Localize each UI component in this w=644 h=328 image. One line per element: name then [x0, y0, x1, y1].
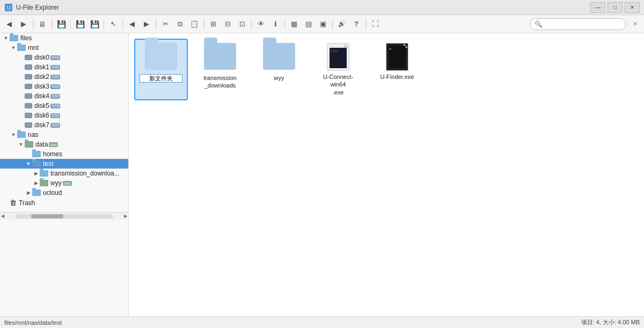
nav-back-button[interactable]: ◀ — [125, 17, 139, 31]
view-button-3[interactable]: ⊡ — [235, 17, 249, 31]
computer-button[interactable]: 🖥 — [35, 17, 49, 31]
copy-button[interactable]: ⧉ — [173, 17, 187, 31]
toolbar-separator-11 — [365, 19, 366, 30]
sidebar-item-ucloud[interactable]: ucloud — [0, 188, 128, 198]
filename-edit-input[interactable] — [140, 74, 182, 83]
nas-badge: nas — [63, 181, 72, 186]
tree-arrow — [25, 160, 32, 167]
maximize-button[interactable]: □ — [608, 2, 623, 13]
sidebar-item-disk4[interactable]: disk4 hdd — [0, 91, 128, 101]
cursor-button[interactable]: ↖ — [106, 17, 120, 31]
nav-forward-button[interactable]: ▶ — [140, 17, 153, 31]
grid-button-2[interactable]: ▤ — [302, 17, 316, 31]
eye-button[interactable]: 👁 — [254, 17, 268, 31]
tree-arrow — [32, 179, 40, 187]
file-item-u-finder[interactable]: ▶ _ U-Finder.exe — [370, 39, 424, 100]
sidebar-item-data[interactable]: data nas — [0, 140, 128, 149]
audio-button[interactable]: 🔊 — [335, 17, 349, 31]
sidebar-item-mnt[interactable]: mnt — [0, 43, 128, 53]
close-button[interactable]: ✕ — [625, 2, 640, 13]
sidebar-item-transmission-downloads[interactable]: transmission_downloa... — [0, 169, 128, 178]
scrollbar-thumb[interactable] — [31, 214, 63, 218]
back-button[interactable]: ◀ — [2, 17, 16, 31]
sidebar-item-label: disk4 — [34, 92, 49, 100]
file-item-u-connect[interactable]: C:\>_ U-Connect-win64.exe — [311, 39, 365, 100]
file-name-label: transmission_downloads — [203, 74, 237, 90]
sidebar-item-disk5[interactable]: disk5 hdd — [0, 101, 128, 111]
toolbar-separator-8 — [251, 19, 252, 30]
folder-icon — [32, 161, 41, 167]
tree-arrow — [10, 131, 17, 139]
sidebar-item-label: disk7 — [34, 121, 49, 129]
hdd-badge: hdd — [50, 123, 60, 128]
toolbar-separator-5 — [122, 19, 123, 30]
info-button[interactable]: ℹ — [268, 17, 282, 31]
sidebar-item-disk6[interactable]: disk6 hdd — [0, 111, 128, 120]
titlebar: U U-File Explorer — □ ✕ — [0, 0, 644, 15]
svg-text:U: U — [6, 5, 10, 11]
file-item-new-folder[interactable] — [134, 39, 188, 100]
main-layout: files mnt disk0 hdd disk1 hdd disk2 hdd — [0, 33, 644, 316]
sidebar-item-wyy[interactable]: wyy nas — [0, 178, 128, 188]
search-input[interactable] — [543, 20, 623, 28]
save-button-1[interactable]: 💾 — [54, 17, 68, 31]
toolbar-separator-4 — [104, 19, 104, 30]
view-button-2[interactable]: ⊟ — [221, 17, 235, 31]
view-button-1[interactable]: ⊞ — [206, 17, 220, 31]
forward-button[interactable]: ▶ — [17, 17, 31, 31]
sidebar-item-label: disk0 — [34, 54, 49, 61]
hdd-icon — [25, 64, 32, 70]
sidebar-item-trash[interactable]: 🗑 Trash — [0, 198, 128, 208]
hdd-icon — [25, 122, 32, 128]
grid-button-3[interactable]: ▣ — [316, 17, 330, 31]
sidebar-item-nas[interactable]: nas — [0, 130, 128, 140]
hdd-icon — [25, 55, 32, 60]
window-controls: — □ ✕ — [590, 2, 640, 13]
hdd-badge: hdd — [50, 104, 60, 108]
sidebar-item-disk1[interactable]: disk1 hdd — [0, 62, 128, 72]
sidebar-item-homes[interactable]: homes — [0, 149, 128, 159]
content-area[interactable]: transmission_downloads wyy C:\>_ — [129, 33, 644, 316]
hdd-icon — [25, 74, 32, 79]
search-bar[interactable]: 🔍 — [530, 18, 626, 30]
app-icon: U — [4, 3, 13, 12]
file-item-transmission-downloads[interactable]: transmission_downloads — [193, 39, 247, 100]
tree-arrow — [2, 34, 10, 42]
sidebar-item-test[interactable]: test — [0, 159, 128, 169]
cut-button[interactable]: ✂ — [158, 17, 172, 31]
sidebar-item-label: mnt — [28, 44, 39, 52]
folder-icon-container — [145, 43, 177, 72]
sidebar-item-label: disk5 — [34, 102, 49, 110]
paste-button[interactable]: 📋 — [187, 17, 201, 31]
save-button-2[interactable]: 💾 — [73, 17, 87, 31]
expand-button[interactable]: ⛶ — [368, 17, 382, 31]
folder-icon-container — [204, 43, 236, 72]
grid-button-1[interactable]: ▦ — [287, 17, 301, 31]
file-grid: transmission_downloads wyy C:\>_ — [134, 39, 639, 100]
sidebar-item-label: files — [20, 34, 32, 42]
sidebar-item-label: Trash — [19, 199, 35, 207]
sidebar-item-disk3[interactable]: disk3 hdd — [0, 82, 128, 91]
scroll-right-arrow[interactable]: ▶ — [124, 214, 127, 218]
exe-terminal-text: C:\>_ — [330, 48, 347, 59]
sidebar-item-disk7[interactable]: disk7 hdd — [0, 120, 128, 130]
sidebar-item-disk0[interactable]: disk0 hdd — [0, 53, 128, 62]
sidebar-scrollbar[interactable]: ◀ ▶ — [0, 212, 128, 220]
file-item-wyy[interactable]: wyy — [252, 39, 306, 100]
file-name-label: wyy — [274, 74, 284, 82]
sidebar-item-disk2[interactable]: disk2 hdd — [0, 72, 128, 82]
scrollbar-track — [15, 214, 113, 218]
minimize-button[interactable]: — — [590, 2, 605, 13]
folder-icon — [17, 132, 26, 138]
help-button[interactable]: ? — [349, 17, 363, 31]
app-title: U-File Explorer — [16, 4, 590, 11]
folder-icon — [40, 180, 48, 186]
close-search-button[interactable]: ✕ — [628, 17, 642, 31]
sidebar-item-files[interactable]: files — [0, 33, 128, 43]
trash-icon: 🗑 — [10, 199, 17, 207]
scroll-left-arrow[interactable]: ◀ — [1, 214, 4, 218]
hdd-icon — [25, 103, 32, 108]
sidebar-item-label: data — [35, 141, 48, 148]
save-button-3[interactable]: 💾 — [87, 17, 101, 31]
hdd-icon — [25, 93, 32, 99]
